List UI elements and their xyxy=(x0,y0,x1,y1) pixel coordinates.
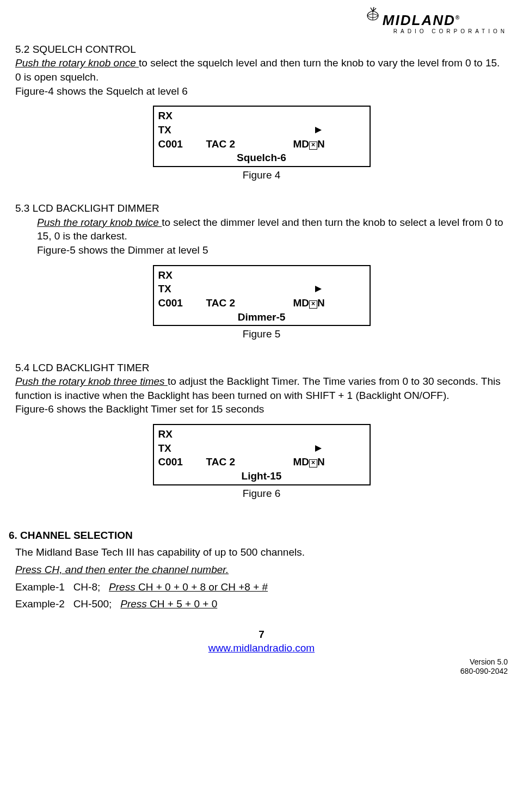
lcd-channel: C001 xyxy=(158,296,206,310)
fignote-5-3: Figure-5 shows the Dimmer at level 5 xyxy=(37,243,508,257)
lcd-channel: C001 xyxy=(158,137,206,151)
brand-name: MIDLAND xyxy=(383,12,456,28)
action-5-4: Push the rotary knob three times xyxy=(15,376,168,387)
lcd-figure-6: RX TX C001 TAC 2 MD×N Light-15 xyxy=(153,424,371,485)
lcd-tac: TAC 2 xyxy=(206,455,293,469)
brand-logo: MIDLAND® RADIO CORPORATION xyxy=(15,11,508,37)
lcd-tx: TX xyxy=(158,123,206,137)
lcd-status-6: Light-15 xyxy=(158,469,365,483)
lcd-status-5: Dimmer-5 xyxy=(158,310,365,324)
lcd-tx: TX xyxy=(158,441,206,456)
action-5-3: Push the rotary knob twice xyxy=(37,217,162,228)
lcd-tac: TAC 2 xyxy=(206,296,293,310)
caption-figure-5: Figure 5 xyxy=(15,327,508,341)
example-1: Example-1 CH-8; Press CH + 0 + 0 + 8 or … xyxy=(15,580,508,594)
heading-5-4: 5.4 LCD BACKLIGHT TIMER xyxy=(15,361,508,375)
instr-6: Press CH, and then enter the channel num… xyxy=(15,563,508,577)
heading-6: 6. CHANNEL SELECTION xyxy=(9,528,508,543)
page-number: 7 xyxy=(15,628,508,642)
lcd-status-4: Squelch-6 xyxy=(158,151,365,165)
fignote-5-4: Figure-6 shows the Backlight Timer set f… xyxy=(15,402,508,416)
footer-link[interactable]: www.midlandradio.com xyxy=(208,642,315,654)
para-5-3: Push the rotary knob twice to select the… xyxy=(37,216,508,243)
heading-5-2: 5.2 SQUELCH CONTROL xyxy=(15,42,508,57)
heading-5-3: 5.3 LCD BACKLIGHT DIMMER xyxy=(15,201,508,216)
lcd-tac: TAC 2 xyxy=(206,137,293,151)
lcd-figure-4: RX TX C001 TAC 2 MD×N Squelch-6 xyxy=(153,106,371,167)
registered-mark: ® xyxy=(456,15,460,21)
globe-icon xyxy=(365,7,382,28)
lcd-rx: RX xyxy=(158,427,365,441)
caption-figure-6: Figure 6 xyxy=(15,487,508,501)
lcd-mode: MD×N xyxy=(293,296,365,310)
lcd-rx: RX xyxy=(158,109,365,123)
document-number: 680-090-2042 xyxy=(15,667,508,676)
fignote-5-2: Figure-4 shows the Squelch at level 6 xyxy=(15,84,508,99)
para-5-2: Push the rotary knob once to select the … xyxy=(15,56,508,84)
version-label: Version 5.0 xyxy=(15,657,508,667)
play-icon xyxy=(206,441,365,456)
lcd-figure-5: RX TX C001 TAC 2 MD×N Dimmer-5 xyxy=(153,265,371,327)
caption-figure-4: Figure 4 xyxy=(15,168,508,182)
lcd-mode: MD×N xyxy=(293,455,365,469)
lcd-rx: RX xyxy=(158,268,365,282)
lcd-tx: TX xyxy=(158,282,206,296)
lcd-channel: C001 xyxy=(158,455,206,469)
play-icon xyxy=(206,123,365,137)
page-footer: 7 www.midlandradio.com xyxy=(15,628,508,655)
para-5-4: Push the rotary knob three times to adju… xyxy=(15,374,508,402)
example-2: Example-2 CH-500; Press CH + 5 + 0 + 0 xyxy=(15,597,508,611)
action-5-2: Push the rotary knob once xyxy=(15,57,139,69)
version-block: Version 5.0 680-090-2042 xyxy=(15,657,508,676)
play-icon xyxy=(206,282,365,296)
intro-6: The Midland Base Tech III has capability… xyxy=(15,545,508,559)
lcd-mode: MD×N xyxy=(293,137,365,151)
